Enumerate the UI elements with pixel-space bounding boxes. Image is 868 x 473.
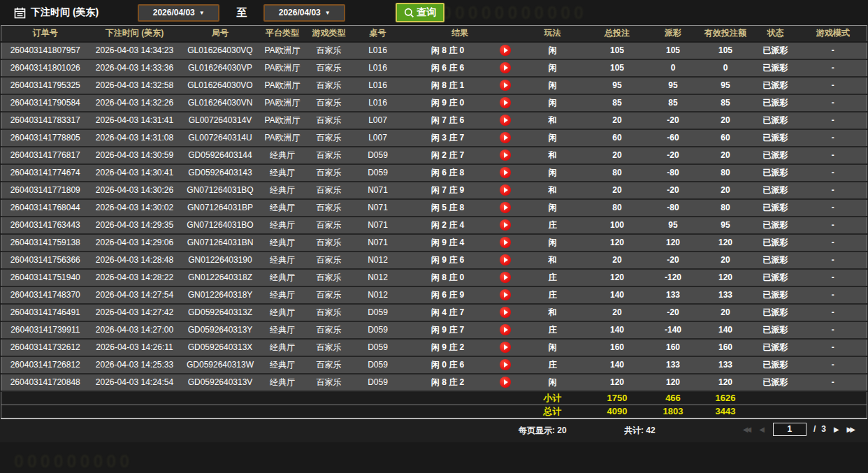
play-video-icon[interactable] xyxy=(500,359,511,370)
play-video-icon[interactable] xyxy=(500,80,511,91)
header-game-mode: 游戏模式 xyxy=(800,26,867,42)
round-number: GN01226403190 xyxy=(180,252,261,269)
valid-bet: 133 xyxy=(700,286,752,304)
next-page-icon[interactable]: ▶ xyxy=(829,425,842,433)
header-payout: 派彩 xyxy=(647,26,700,42)
table-number: N071 xyxy=(354,199,403,217)
play-method: 闲 xyxy=(518,199,588,217)
valid-bet: 20 xyxy=(700,182,752,199)
order-number: 260403141759138 xyxy=(1,234,89,252)
subtotal-row: 小计 1750 466 1626 xyxy=(1,391,867,405)
game-type: 百家乐 xyxy=(305,182,354,199)
play-video-icon[interactable] xyxy=(500,62,511,73)
valid-bet: 120 xyxy=(700,234,752,252)
play-video-icon[interactable] xyxy=(500,202,511,213)
game-mode: - xyxy=(800,94,867,112)
page-number-input[interactable] xyxy=(773,423,806,436)
table-number: L016 xyxy=(354,59,403,77)
bet-time: 2026-04-03 14:27:54 xyxy=(89,286,180,304)
play-method: 庄 xyxy=(518,356,588,374)
total-valid-bet: 3443 xyxy=(700,405,752,419)
order-number: 260403141763443 xyxy=(1,217,89,234)
play-video-icon[interactable] xyxy=(500,307,511,318)
payout: 95 xyxy=(647,217,700,234)
table-number: D059 xyxy=(354,339,403,356)
round-number: GN071264031BP xyxy=(180,199,261,217)
status: 已派彩 xyxy=(752,182,800,199)
platform-type: 经典厅 xyxy=(261,356,305,374)
payout: -20 xyxy=(647,182,700,199)
play-video-icon[interactable] xyxy=(500,342,511,353)
play-video-icon[interactable] xyxy=(500,167,511,178)
result: 闲 0 庄 6 xyxy=(403,356,493,374)
round-number: GD0592640313X xyxy=(180,339,261,356)
table-number: N071 xyxy=(354,182,403,199)
platform-type: PA欧洲厅 xyxy=(261,129,305,147)
table-number: D059 xyxy=(354,374,403,391)
filter-toolbar: 下注时间 (美东) 2026/04/03 ▼ 至 2026/04/03 ▼ 查询 xyxy=(0,0,868,25)
valid-bet: 120 xyxy=(700,269,752,286)
play-video-icon[interactable] xyxy=(500,324,511,335)
valid-bet: 60 xyxy=(700,129,752,147)
total-bet: 120 xyxy=(588,374,647,391)
status: 已派彩 xyxy=(752,286,800,304)
play-video-icon[interactable] xyxy=(500,184,511,196)
start-date-select[interactable]: 2026/04/03 ▼ xyxy=(138,4,219,22)
start-date-value: 2026/04/03 xyxy=(153,8,195,17)
result: 闲 5 庄 8 xyxy=(403,199,493,217)
bet-records-table: 订单号 下注时间 (美东) 局号 平台类型 游戏类型 桌号 结果 玩法 总投注 … xyxy=(1,25,867,419)
prev-page-icon[interactable]: ◀ xyxy=(754,425,767,433)
header-total-bet: 总投注 xyxy=(588,26,647,42)
total-label: 总计 xyxy=(518,405,588,419)
order-number: 260403141771809 xyxy=(1,182,89,199)
play-video-icon[interactable] xyxy=(500,289,511,300)
result: 闲 6 庄 6 xyxy=(403,59,493,77)
last-page-icon[interactable]: ▶▶ xyxy=(842,425,858,433)
result: 闲 9 庄 7 xyxy=(403,321,493,339)
valid-bet: 133 xyxy=(700,356,752,374)
end-date-select[interactable]: 2026/04/03 ▼ xyxy=(263,4,345,22)
play-video-icon[interactable] xyxy=(500,132,511,143)
play-method: 和 xyxy=(518,182,588,199)
payout: 133 xyxy=(647,356,700,374)
play-video-icon[interactable] xyxy=(500,45,511,56)
game-mode: - xyxy=(800,42,867,59)
payout: -20 xyxy=(647,112,700,129)
valid-bet: 80 xyxy=(700,164,752,182)
platform-type: 经典厅 xyxy=(261,286,305,304)
result: 闲 7 庄 9 xyxy=(403,182,493,199)
play-video-icon[interactable] xyxy=(500,150,511,161)
total-bet: 120 xyxy=(588,269,647,286)
total-bet: 20 xyxy=(588,112,647,129)
round-number: GL016264030VO xyxy=(180,77,261,94)
status: 已派彩 xyxy=(752,42,800,59)
table-number: N071 xyxy=(354,217,403,234)
background-watermark: 000000000 xyxy=(14,451,133,472)
query-button[interactable]: 查询 xyxy=(396,3,444,22)
play-video-icon[interactable] xyxy=(500,237,511,248)
game-type: 百家乐 xyxy=(305,94,354,112)
table-number: D059 xyxy=(354,321,403,339)
play-video-icon[interactable] xyxy=(500,97,511,108)
round-number: GN071264031BQ xyxy=(180,182,261,199)
game-mode: - xyxy=(800,374,867,391)
bet-time: 2026-04-03 14:25:33 xyxy=(89,356,180,374)
table-number: N012 xyxy=(354,269,403,286)
play-video-icon[interactable] xyxy=(500,272,511,283)
header-platform-type: 平台类型 xyxy=(261,26,305,42)
play-video-icon[interactable] xyxy=(500,219,511,231)
bet-time: 2026-04-03 14:28:48 xyxy=(89,252,180,269)
bet-time: 2026-04-03 14:33:36 xyxy=(89,59,180,77)
table-row: 2604031417788052026-04-03 14:31:08GL0072… xyxy=(1,129,867,147)
result: 闲 8 庄 0 xyxy=(403,269,493,286)
play-video-icon[interactable] xyxy=(500,254,511,265)
search-icon xyxy=(404,8,414,18)
first-page-icon[interactable]: ◀◀ xyxy=(738,425,754,433)
game-type: 百家乐 xyxy=(305,147,354,164)
play-video-icon[interactable] xyxy=(500,115,511,126)
play-method: 闲 xyxy=(518,374,588,391)
status: 已派彩 xyxy=(752,112,800,129)
play-video-icon[interactable] xyxy=(500,377,511,388)
game-mode: - xyxy=(800,77,867,94)
result: 闲 9 庄 0 xyxy=(403,94,493,112)
